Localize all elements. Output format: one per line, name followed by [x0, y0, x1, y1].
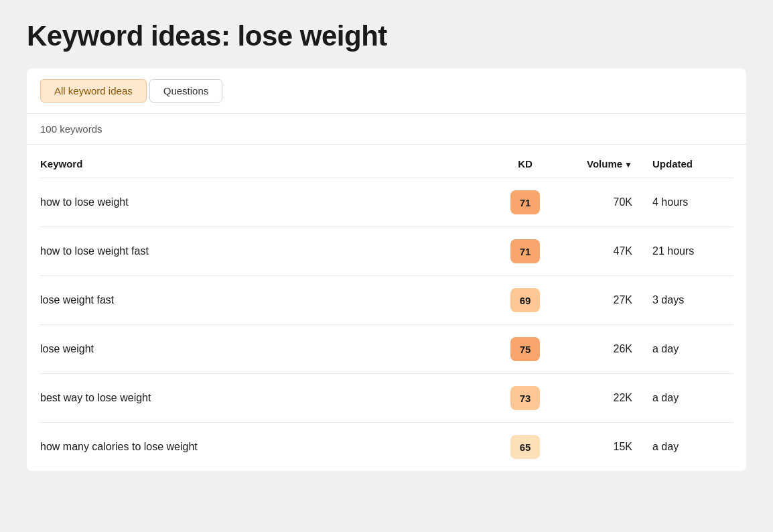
keyword-cell: lose weight: [40, 343, 492, 355]
updated-cell: a day: [639, 343, 733, 355]
kd-badge: 71: [510, 190, 540, 214]
volume-cell: 70K: [559, 196, 639, 208]
kd-cell: 71: [492, 239, 559, 263]
updated-cell: a day: [639, 392, 733, 404]
volume-cell: 47K: [559, 245, 639, 257]
header-updated: Updated: [639, 158, 733, 170]
page-title: Keyword ideas: lose weight: [27, 20, 746, 52]
volume-cell: 27K: [559, 294, 639, 306]
volume-cell: 15K: [559, 441, 639, 453]
keyword-cell: how to lose weight fast: [40, 245, 492, 257]
table-row: how many calories to lose weight 65 15K …: [40, 423, 733, 471]
kd-cell: 69: [492, 288, 559, 312]
keyword-cell: lose weight fast: [40, 294, 492, 306]
kd-badge: 71: [510, 239, 540, 263]
updated-cell: 21 hours: [639, 245, 733, 257]
table-container: Keyword KD Volume▼ Updated how to lose w…: [27, 145, 746, 471]
kd-cell: 75: [492, 337, 559, 361]
updated-cell: 4 hours: [639, 196, 733, 208]
table-row: how to lose weight fast 71 47K 21 hours: [40, 227, 733, 276]
keyword-cell: best way to lose weight: [40, 392, 492, 404]
tab-questions[interactable]: Questions: [149, 79, 223, 103]
table-row: lose weight fast 69 27K 3 days: [40, 276, 733, 325]
kd-cell: 65: [492, 435, 559, 459]
main-card: All keyword ideas Questions 100 keywords…: [27, 68, 746, 471]
keyword-cell: how many calories to lose weight: [40, 441, 492, 453]
updated-cell: 3 days: [639, 294, 733, 306]
table-body: how to lose weight 71 70K 4 hours how to…: [40, 178, 733, 471]
kd-badge: 73: [510, 386, 540, 410]
keyword-cell: how to lose weight: [40, 196, 492, 208]
table-row: lose weight 75 26K a day: [40, 325, 733, 374]
page-container: Keyword ideas: lose weight All keyword i…: [0, 0, 773, 498]
kd-cell: 71: [492, 190, 559, 214]
sort-arrow-icon[interactable]: ▼: [624, 160, 632, 170]
kd-cell: 73: [492, 386, 559, 410]
tab-all-keyword-ideas[interactable]: All keyword ideas: [40, 79, 147, 103]
table-header: Keyword KD Volume▼ Updated: [40, 145, 733, 178]
keywords-count: 100 keywords: [27, 114, 746, 145]
kd-badge: 75: [510, 337, 540, 361]
updated-cell: a day: [639, 441, 733, 453]
tabs-row: All keyword ideas Questions: [27, 68, 746, 114]
table-row: best way to lose weight 73 22K a day: [40, 374, 733, 423]
table-row: how to lose weight 71 70K 4 hours: [40, 178, 733, 227]
header-kd: KD: [492, 158, 559, 170]
header-volume: Volume▼: [559, 158, 639, 170]
kd-badge: 69: [510, 288, 540, 312]
volume-cell: 26K: [559, 343, 639, 355]
volume-cell: 22K: [559, 392, 639, 404]
kd-badge: 65: [510, 435, 540, 459]
header-keyword: Keyword: [40, 158, 492, 170]
